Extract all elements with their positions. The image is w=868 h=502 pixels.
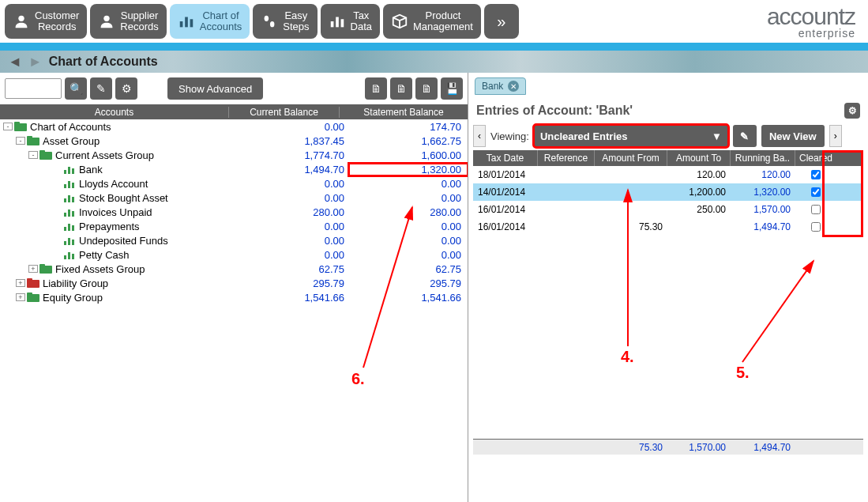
svg-rect-19 (64, 184, 66, 188)
current-balance: 1,774.70 (239, 149, 349, 161)
statement-balance: 174.70 (349, 121, 468, 133)
show-advanced-button[interactable]: Show Advanced (167, 77, 263, 100)
cleared-checkbox[interactable] (811, 170, 821, 179)
entries-settings-button[interactable]: ⚙ (844, 103, 860, 119)
expander-icon (52, 222, 62, 230)
entry-row[interactable]: 16/01/201475.301,494.70 (473, 218, 863, 236)
tree-row[interactable]: +Equity Group1,541.661,541.66 (0, 290, 468, 304)
current-balance: 1,494.70 (239, 164, 349, 176)
nav-customer-records[interactable]: Customer Records (5, 4, 87, 39)
hdr-accounts: Accounts (0, 107, 229, 118)
expander-icon (52, 165, 62, 173)
svg-rect-42 (27, 293, 32, 296)
expander-icon[interactable]: - (3, 123, 13, 130)
hdr-statement-balance: Statement Balance (340, 107, 468, 118)
account-name: Liability Group (43, 277, 108, 289)
cell-date: 18/01/2014 (473, 169, 538, 180)
expander-icon[interactable]: + (16, 279, 25, 287)
tab-bank[interactable]: Bank ✕ (475, 77, 526, 95)
entry-row[interactable]: 18/01/2014120.00120.00 (473, 166, 863, 183)
search-input[interactable] (5, 78, 62, 99)
tree-row[interactable]: -Chart of Accounts0.00174.70 (0, 119, 468, 134)
accounts-header: Accounts Current Balance Statement Balan… (0, 104, 468, 119)
hdr-tax-date[interactable]: Tax Date (473, 150, 538, 166)
statement-balance: 0.00 (349, 178, 468, 190)
svg-rect-34 (64, 255, 66, 259)
hdr-running-balance[interactable]: Running Ba.. (731, 150, 795, 166)
tree-row[interactable]: Bank1,494.701,320.00 (0, 162, 468, 176)
expander-icon[interactable]: + (28, 265, 38, 273)
edit-button[interactable]: ✎ (90, 77, 112, 100)
entry-row[interactable]: 16/01/2014250.001,570.00 (473, 201, 863, 218)
tree-row[interactable]: +Fixed Assets Group62.7562.75 (0, 262, 468, 276)
account-icon (63, 193, 76, 202)
tree-row[interactable]: Lloyds Account0.000.00 (0, 176, 468, 191)
cell-date: 16/01/2014 (473, 204, 538, 215)
save-button[interactable]: 💾 (441, 77, 463, 100)
breadcrumb-title: Chart of Accounts (49, 55, 158, 69)
expander-icon[interactable]: - (16, 137, 25, 145)
cell-run: 1,320.00 (731, 187, 795, 198)
account-icon (63, 250, 76, 259)
nav-chart-of-accounts[interactable]: Chart of Accounts (170, 4, 250, 39)
view-select[interactable]: Uncleared Entries ▼ (534, 125, 728, 147)
tree-row[interactable]: Invoices Unpaid280.00280.00 (0, 205, 468, 219)
entries-header: Tax Date Reference Amount From Amount To… (473, 150, 863, 166)
tree-row[interactable]: -Asset Group1,837.451,662.75 (0, 134, 468, 148)
hdr-amount-to[interactable]: Amount To (667, 150, 731, 166)
new-view-button[interactable]: New View (761, 125, 825, 147)
expander-icon[interactable]: - (28, 151, 38, 159)
view-edit-button[interactable]: ✎ (733, 125, 757, 147)
current-balance: 0.00 (239, 235, 349, 247)
cleared-checkbox[interactable] (811, 222, 821, 232)
tree-row[interactable]: Stock Bought Asset0.000.00 (0, 191, 468, 205)
nav-more-button[interactable]: » (484, 4, 519, 39)
hdr-reference[interactable]: Reference (538, 150, 595, 166)
view-scroll-left[interactable]: ‹ (473, 125, 486, 147)
hdr-cleared[interactable]: Cleared (795, 150, 836, 166)
settings-button[interactable]: ⚙ (115, 77, 137, 100)
nav-forward-icon[interactable]: ► (28, 54, 43, 70)
document-icon: 🗎 (370, 82, 381, 95)
chevron-double-right-icon: » (497, 13, 505, 31)
statement-balance: 1,662.75 (349, 135, 468, 147)
entry-row[interactable]: 14/01/20141,200.001,320.00 (473, 183, 863, 201)
view-scroll-right[interactable]: › (829, 125, 842, 147)
doc-button-3[interactable]: 🗎 (415, 77, 438, 100)
expander-icon (52, 194, 62, 202)
cleared-checkbox[interactable] (811, 187, 821, 197)
tree-row[interactable]: -Current Assets Group1,774.701,600.00 (0, 148, 468, 162)
close-icon[interactable]: ✕ (508, 81, 519, 92)
svg-rect-35 (68, 252, 70, 259)
statement-balance: 0.00 (349, 249, 468, 261)
footer-to: 1,570.00 (667, 442, 731, 453)
tree-row[interactable]: Undeposited Funds0.000.00 (0, 233, 468, 247)
cell-run: 120.00 (731, 169, 795, 180)
nav-supplier-records[interactable]: Supplier Records (90, 4, 166, 39)
account-name: Invoices Unpaid (79, 206, 152, 218)
cell-to: 120.00 (667, 169, 731, 180)
tree-row[interactable]: Petty Cash0.000.00 (0, 247, 468, 262)
doc-button-2[interactable]: 🗎 (390, 77, 412, 100)
expander-icon[interactable]: + (16, 293, 25, 301)
doc-button-1[interactable]: 🗎 (365, 77, 387, 100)
statement-balance: 1,320.00 (349, 164, 468, 176)
statement-balance: 0.00 (349, 235, 468, 247)
hdr-amount-from[interactable]: Amount From (595, 150, 667, 166)
search-icon: 🔍 (70, 82, 83, 95)
svg-rect-18 (72, 168, 74, 174)
cleared-checkbox[interactable] (811, 205, 821, 214)
svg-rect-8 (336, 17, 339, 28)
svg-rect-32 (68, 238, 70, 245)
nav-product-management[interactable]: Product Management (383, 4, 481, 39)
current-balance: 295.79 (239, 277, 349, 289)
nav-easy-steps[interactable]: Easy Steps (253, 4, 317, 39)
account-icon (63, 179, 76, 188)
tree-row[interactable]: +Liability Group295.79295.79 (0, 276, 468, 290)
expander-icon (52, 251, 62, 259)
person-icon (13, 13, 30, 30)
nav-back-icon[interactable]: ◄ (8, 54, 22, 70)
nav-tax-data[interactable]: Tax Data (321, 4, 380, 39)
tree-row[interactable]: Prepayments0.000.00 (0, 219, 468, 233)
search-button[interactable]: 🔍 (65, 77, 87, 100)
